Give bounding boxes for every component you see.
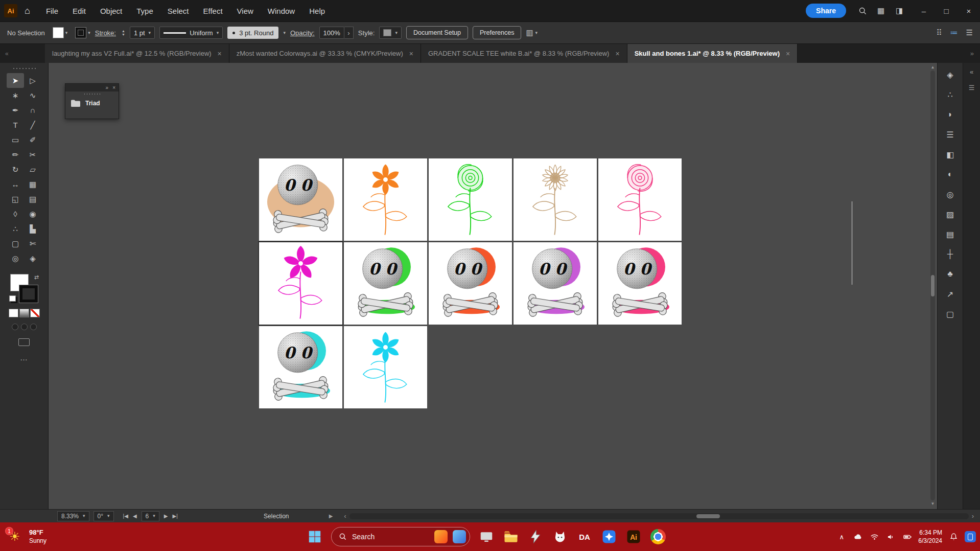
collapse-panels-icon[interactable]: « <box>970 68 973 76</box>
stroke-proxy-swatch[interactable] <box>19 285 38 303</box>
workspace-dots-icon[interactable]: ⠿ <box>937 28 942 37</box>
stroke-weight-stepper[interactable]: ▲ ▼ <box>122 29 125 36</box>
scroll-up-icon[interactable]: ▲ <box>931 65 935 70</box>
properties-icon[interactable]: ☰ <box>943 129 958 140</box>
shading-icon[interactable]: ◗ <box>943 109 958 120</box>
hand-tool[interactable]: ◈ <box>24 251 41 266</box>
paintbrush-tool[interactable]: ✐ <box>24 132 41 147</box>
tab-scroll-left-icon[interactable]: « <box>0 44 45 63</box>
edit-toolbar-icon[interactable]: … <box>20 353 28 362</box>
width-profile-dropdown[interactable]: Uniform ▾ <box>159 27 223 39</box>
selection-tool[interactable]: ➤ <box>7 73 24 88</box>
step-up-icon[interactable]: ▲ <box>122 29 125 33</box>
phone-link-icon[interactable] <box>965 531 976 542</box>
brush-definition-dropdown[interactable]: 3 pt. Round <box>227 27 278 39</box>
stroke-label[interactable]: Stroke: <box>95 29 116 37</box>
battery-icon[interactable] <box>902 532 912 542</box>
artboard-number-dropdown[interactable]: 6 ▾ <box>142 511 159 521</box>
share-button[interactable]: Share <box>806 4 846 18</box>
swap-fill-stroke-icon[interactable]: ⇄ <box>34 274 39 281</box>
scissors-tool[interactable]: ✂ <box>24 147 41 162</box>
weather-widget[interactable]: ☀ 1 98°F Sunny <box>5 522 51 551</box>
width-tool[interactable]: ↔ <box>7 177 24 192</box>
tab-close-icon[interactable]: × <box>786 50 790 58</box>
artboard-12-flower[interactable] <box>344 326 427 408</box>
draw-inside-button[interactable] <box>30 324 37 330</box>
search-highlight-icon[interactable] <box>434 530 448 543</box>
scale-tool[interactable]: ▱ <box>24 162 41 177</box>
opacity-label[interactable]: Opacity: <box>290 29 315 37</box>
triad-folder-row[interactable]: Triad <box>65 96 119 110</box>
close-button[interactable]: × <box>958 0 980 21</box>
type-tool[interactable]: T <box>7 118 24 132</box>
screen-mode-button[interactable] <box>18 338 30 346</box>
none-mode-button[interactable] <box>30 309 40 317</box>
pencil-tool[interactable]: ✏ <box>7 147 24 162</box>
tab-close-icon[interactable]: × <box>615 50 619 58</box>
artboard-9-skull[interactable]: 0 0 <box>514 242 597 325</box>
document-tab-3[interactable]: GRADENT SCALE TEE white B.ai* @ 8.33 % (… <box>421 44 627 63</box>
taskbar-app-lightning-app[interactable] <box>524 525 547 548</box>
draw-behind-button[interactable] <box>21 324 28 330</box>
cloud-icon[interactable] <box>853 532 863 542</box>
taskbar-app-monitor-app[interactable] <box>475 525 498 548</box>
swatches-icon[interactable]: ▨ <box>943 209 958 220</box>
home-icon[interactable]: ⌂ <box>25 6 30 16</box>
menu-window[interactable]: Window <box>261 4 301 18</box>
magic-wand-tool[interactable]: ∗ <box>7 88 24 103</box>
scroll-left-icon[interactable]: ‹ <box>344 513 346 520</box>
layers-icon[interactable]: ▤ <box>943 228 958 240</box>
taskbar-app-file-explorer[interactable] <box>500 525 522 548</box>
search-highlight-icon-2[interactable] <box>453 530 466 543</box>
curvature-tool[interactable]: ∩ <box>24 103 41 118</box>
blend-tool[interactable]: ◉ <box>24 206 41 221</box>
vertical-scroll-thumb[interactable] <box>931 275 935 296</box>
artboard-6-flower[interactable] <box>259 242 342 325</box>
artboard-8-skull[interactable]: 0 0 <box>429 242 512 325</box>
gradient-tool[interactable]: ▤ <box>24 192 41 206</box>
artboard-11-skull[interactable]: 0 0 <box>259 326 342 408</box>
menu-edit[interactable]: Edit <box>66 4 92 18</box>
wifi-icon[interactable] <box>869 532 879 542</box>
document-setup-button[interactable]: Document Setup <box>406 26 468 39</box>
taskbar-app-illustrator-app[interactable]: Ai <box>622 525 645 548</box>
opacity-field[interactable]: 100% <box>319 27 344 39</box>
taskbar-app-chrome-app[interactable] <box>647 525 669 548</box>
symbols-icon[interactable]: ◎ <box>943 189 958 200</box>
step-down-icon[interactable]: ▼ <box>122 33 125 36</box>
rectangle-tool[interactable]: ▭ <box>7 132 24 147</box>
workspace-switcher-icon[interactable]: ◨ <box>890 3 908 18</box>
document-tab-1[interactable]: laughting my ass V2 Full.ai* @ 12.5 % (R… <box>45 44 229 63</box>
toolbar-grip[interactable] <box>12 67 36 70</box>
gradient-sphere-icon[interactable]: ◐ <box>943 169 958 180</box>
column-graph-tool[interactable]: ▙ <box>24 221 41 236</box>
rotation-dropdown[interactable]: 0° ▾ <box>94 511 114 521</box>
menu-hamburger-icon[interactable]: ☰ <box>966 28 973 37</box>
artboard-1-skull[interactable]: 0 0 <box>259 158 342 241</box>
transform-options[interactable]: ▥ ▾ <box>526 28 538 37</box>
shape-builder-tool[interactable]: ◱ <box>7 192 24 206</box>
line-segment-tool[interactable]: ╱ <box>24 118 41 132</box>
artboard-3-flower[interactable] <box>429 158 512 241</box>
tab-scroll-right-icon[interactable]: » <box>970 50 974 57</box>
color-mode-button[interactable] <box>9 309 18 317</box>
zoom-dropdown[interactable]: 8.33% ▾ <box>57 511 89 521</box>
horizontal-scroll-thumb[interactable] <box>696 514 720 518</box>
artboards-icon[interactable]: ▢ <box>943 308 958 319</box>
bell-icon[interactable] <box>948 532 959 542</box>
panel-expand-icon[interactable]: » <box>106 85 109 90</box>
triad-panel[interactable]: » × Triad <box>65 83 119 119</box>
eyedropper-tool[interactable]: ◊ <box>7 206 24 221</box>
menu-object[interactable]: Object <box>94 4 129 18</box>
stroke-weight-field[interactable]: 1 pt ▾ <box>130 27 155 39</box>
zoom-tool[interactable]: ◎ <box>7 251 24 266</box>
artboard-tool[interactable]: ▢ <box>7 236 24 251</box>
comments-icon[interactable]: ◧ <box>943 149 958 160</box>
3d-materials-icon[interactable]: ◈ <box>943 69 958 80</box>
minimize-button[interactable]: – <box>913 0 935 21</box>
document-tab-2[interactable]: zMost wanted Colorways.ai @ 33.33 % (CMY… <box>229 44 421 63</box>
scroll-right-icon[interactable]: › <box>972 513 974 520</box>
horizontal-scrollbar[interactable]: ‹ › <box>344 513 974 520</box>
artboard-10-skull[interactable]: 0 0 <box>598 242 682 325</box>
previous-artboard-icon[interactable]: ◀ <box>133 513 137 519</box>
